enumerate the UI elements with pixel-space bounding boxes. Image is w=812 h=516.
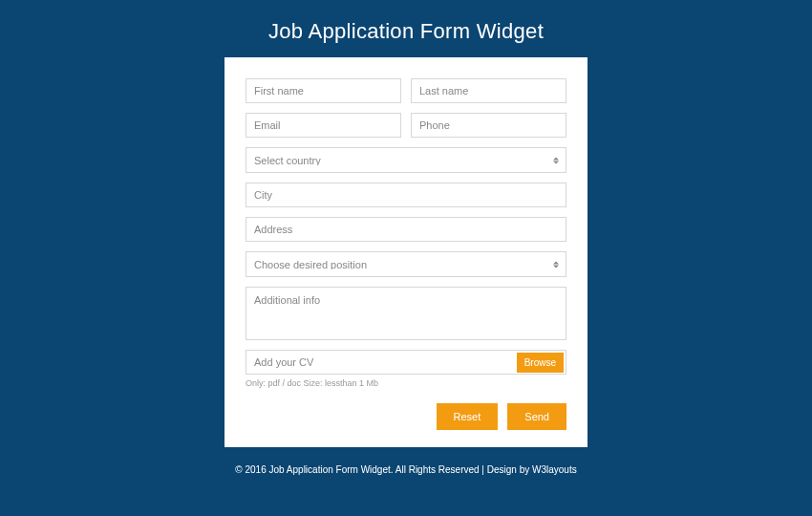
page-title: Job Application Form Widget [268,19,544,44]
last-name-field[interactable] [411,78,566,103]
country-select[interactable]: Select country [246,147,566,173]
position-select[interactable]: Choose desired position [246,251,566,277]
cv-placeholder: Add your CV [254,356,517,368]
city-field[interactable] [246,183,566,207]
cv-upload-box[interactable]: Add your CV Browse [246,350,566,375]
cv-hint: Only: pdf / doc Size: lessthan 1 Mb [246,378,566,388]
address-field[interactable] [246,217,566,242]
email-field[interactable] [246,113,401,138]
phone-field[interactable] [411,113,566,138]
first-name-field[interactable] [246,78,401,103]
additional-info-field[interactable] [246,287,566,340]
footer-link[interactable]: W3layouts [532,464,577,475]
form-card: Select country Choose desired position A… [224,57,588,447]
footer-text: © 2016 Job Application Form Widget. All … [235,464,532,475]
browse-button[interactable]: Browse [517,353,564,373]
reset-button[interactable]: Reset [437,403,499,430]
footer: © 2016 Job Application Form Widget. All … [235,464,576,475]
send-button[interactable]: Send [507,403,566,430]
